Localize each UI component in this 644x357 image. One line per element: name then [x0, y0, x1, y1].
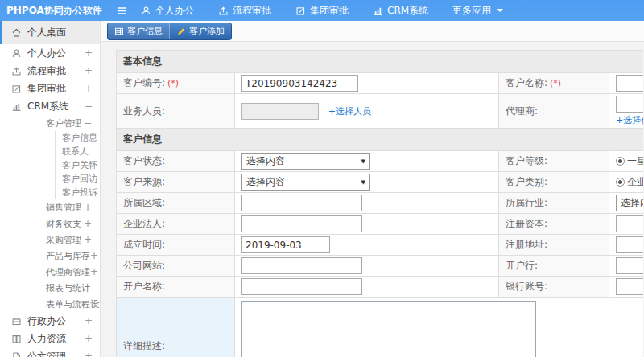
- caret-down-icon: [497, 9, 503, 15]
- customer-code-input[interactable]: [242, 75, 358, 92]
- sidebar: 个人桌面个人办公+流程审批+集团审批+CRM系统−客户管理−客户信息联系人客户关…: [0, 21, 101, 357]
- sidebar-item-label: CRM系统: [27, 100, 68, 113]
- account-name-input[interactable]: [242, 278, 362, 295]
- sidebar-subsubitem[interactable]: 客户关怀: [55, 158, 100, 172]
- industry-select[interactable]: 选择内容▼: [616, 195, 643, 211]
- sidebar-subitem[interactable]: 代理商管理+: [0, 264, 100, 280]
- sidebar-item[interactable]: CRM系统−: [0, 97, 100, 115]
- detail-description-textarea[interactable]: [242, 301, 536, 357]
- sidebar-item-label: 客户投诉: [62, 187, 97, 199]
- chart-icon: [11, 101, 22, 112]
- expand-toggle-icon: +: [84, 202, 92, 213]
- sidebar-subitem[interactable]: 财务收支+: [0, 215, 100, 232]
- customer-source-select[interactable]: 选择内容▼: [242, 174, 370, 191]
- registered-address-input[interactable]: [616, 236, 643, 253]
- expand-toggle-icon: +: [85, 351, 93, 357]
- section-title: 客户信息: [117, 129, 644, 151]
- form-row: 企业法人:注册资本:: [117, 214, 644, 235]
- sidebar-item-label: 表单与流程设置: [46, 298, 101, 310]
- grid-icon: [114, 27, 124, 36]
- sidebar-item[interactable]: 个人办公+: [0, 44, 100, 62]
- pencil-icon: [176, 27, 186, 36]
- nav-item[interactable]: CRM系统: [373, 4, 428, 18]
- approve-icon: [11, 84, 22, 94]
- select-agent-link[interactable]: +选择代理商: [616, 115, 643, 125]
- form-viewport: 基本信息客户编号:(*)客户名称:(*)业务人员: +选择人员代理商:+选择代理…: [116, 50, 643, 357]
- field-label: 客户状态:: [117, 151, 235, 172]
- sidebar-item-label: 报表与统计: [46, 282, 90, 294]
- expand-toggle-icon: +: [84, 218, 92, 229]
- bank-name-input[interactable]: [616, 257, 643, 274]
- nav-item[interactable]: 更多应用: [452, 4, 503, 18]
- sidebar-item[interactable]: 人力资源+: [0, 330, 100, 347]
- agent-input[interactable]: [616, 96, 643, 113]
- sidebar-item[interactable]: 流程审批+: [0, 62, 100, 80]
- field-label: 注册地址:: [499, 235, 609, 256]
- sidebar-subitem[interactable]: 客户管理−: [0, 115, 100, 131]
- main-content: 客户信息客户添加 基本信息客户编号:(*)客户名称:(*)业务人员: +选择人员…: [101, 21, 644, 357]
- sidebar-subsubitem[interactable]: 客户信息: [55, 131, 100, 145]
- top-navigation: 个人办公流程审批集团审批CRM系统更多应用: [141, 4, 503, 18]
- approve-icon: [295, 6, 306, 16]
- sidebar-subsubitem[interactable]: 联系人: [55, 145, 100, 158]
- nav-item[interactable]: 个人办公: [141, 4, 194, 18]
- field-value-cell: 一星: [609, 151, 644, 172]
- sidebar-item-label: 客户回访: [62, 173, 97, 185]
- select-value: 选择内容: [621, 196, 643, 210]
- field-label: 银行账号:: [499, 277, 609, 298]
- sidebar-item-label: 个人桌面: [27, 26, 66, 39]
- field-label: 客户编号:(*): [117, 73, 235, 94]
- select-person-link[interactable]: +选择人员: [328, 106, 371, 117]
- expand-toggle-icon: +: [85, 83, 93, 94]
- customer-name-input[interactable]: [616, 75, 643, 92]
- sidebar-item[interactable]: 个人桌面: [0, 21, 100, 44]
- sales-person-input[interactable]: [242, 103, 319, 120]
- sidebar-subitem[interactable]: 报表与统计: [0, 280, 100, 296]
- bank-account-input[interactable]: [616, 278, 643, 295]
- sidebar-subsubitem[interactable]: 客户投诉: [55, 186, 100, 199]
- tab-label: 客户信息: [127, 25, 163, 37]
- sidebar-subitem[interactable]: 表单与流程设置+: [0, 296, 100, 312]
- company-website-input[interactable]: [242, 257, 362, 274]
- sidebar-item-label: 联系人: [62, 146, 89, 158]
- section-header-row: 客户信息: [117, 129, 644, 151]
- sidebar-subsubitem[interactable]: 客户回访: [55, 172, 100, 186]
- radio-button[interactable]: [616, 157, 625, 166]
- select-value: 选择内容: [246, 175, 285, 189]
- form-row: 公司网站:开户行:: [117, 256, 644, 277]
- required-marker: (*): [550, 78, 561, 88]
- nav-item[interactable]: 流程审批: [218, 4, 271, 18]
- nav-item[interactable]: 集团审批: [295, 4, 349, 18]
- sidebar-subitem[interactable]: 产品与库存+: [0, 248, 100, 264]
- customer-status-select[interactable]: 选择内容▼: [242, 153, 370, 170]
- radio-button[interactable]: [616, 178, 625, 187]
- field-label: 客户等级:: [499, 151, 609, 172]
- tab-customer-info[interactable]: 客户信息: [108, 23, 170, 39]
- field-label: 详细描述:: [117, 298, 235, 357]
- region-input[interactable]: [242, 195, 362, 211]
- doc-icon: [11, 351, 22, 357]
- founded-date-input[interactable]: [242, 236, 330, 253]
- sidebar-subitem[interactable]: 采购管理+: [0, 232, 100, 248]
- menu-toggle-icon[interactable]: [116, 5, 128, 17]
- field-label: 客户名称:(*): [499, 73, 609, 94]
- tab-bar: 客户信息客户添加: [107, 23, 232, 40]
- registered-capital-input[interactable]: [616, 215, 643, 232]
- field-label: 客户来源:: [117, 172, 235, 193]
- nav-item-label: 更多应用: [452, 4, 491, 18]
- sidebar-item[interactable]: 集团审批+: [0, 80, 100, 97]
- tab-customer-add[interactable]: 客户添加: [170, 23, 231, 39]
- select-value: 选择内容: [246, 154, 285, 168]
- tab-strip: 客户信息客户添加: [101, 21, 644, 42]
- sidebar-item[interactable]: 公文管理+: [0, 347, 100, 357]
- sidebar-item-label: 人力资源: [27, 332, 66, 346]
- sidebar-item[interactable]: 行政办公+: [0, 312, 100, 330]
- field-label: 企业法人:: [117, 214, 235, 235]
- field-value-cell: +选择代理商: [609, 94, 644, 129]
- sidebar-item-label: 行政办公: [27, 314, 66, 328]
- legal-person-input[interactable]: [242, 215, 362, 232]
- workflow-icon: [218, 6, 229, 16]
- sidebar-subitem[interactable]: 销售管理+: [0, 199, 100, 215]
- sidebar-item-label: 产品与库存: [46, 250, 90, 262]
- field-value-cell: [609, 256, 644, 277]
